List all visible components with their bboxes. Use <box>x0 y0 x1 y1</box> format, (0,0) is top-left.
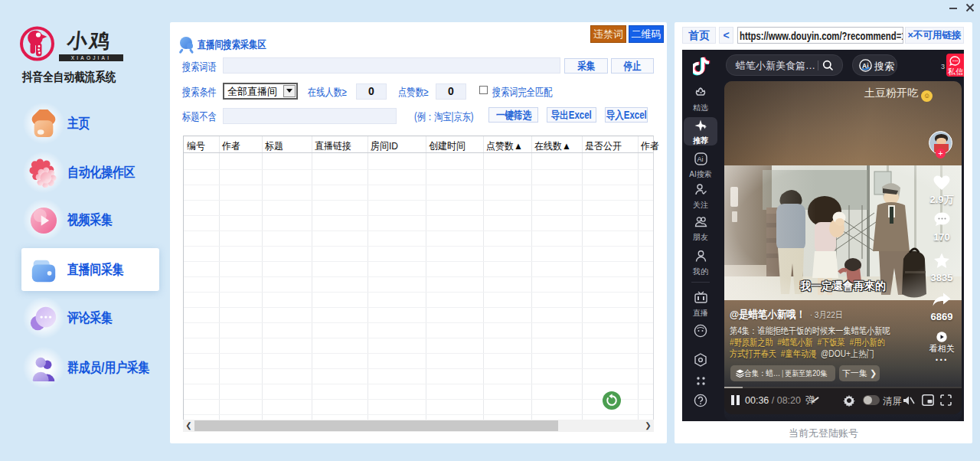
svg-text:Ai: Ai <box>697 155 703 163</box>
